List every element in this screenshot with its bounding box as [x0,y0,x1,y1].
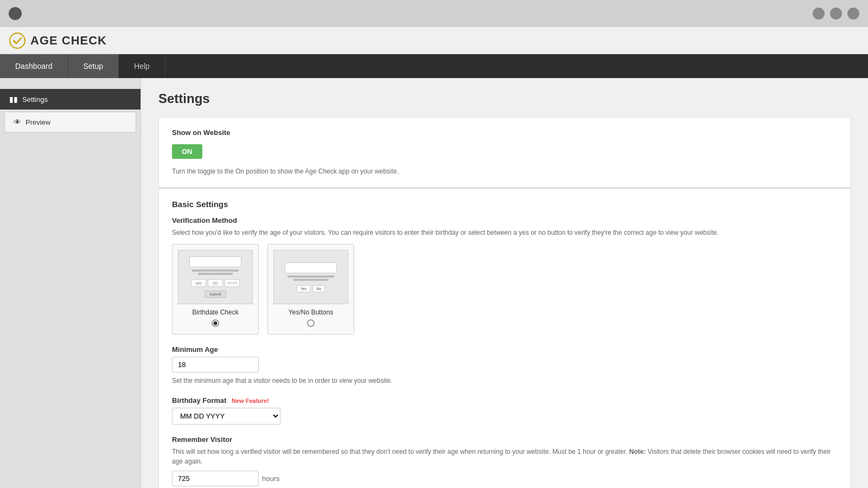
preview-field-mm: MM [191,279,206,287]
yesno-buttons-label: Yes/No Buttons [273,309,348,316]
minimum-age-input[interactable] [172,357,259,373]
minimum-age-desc: Set the minimum age that a visitor needs… [172,376,837,386]
logo-container: AGE CHECK [9,32,107,49]
content-area: Settings Show on Website ON Turn the tog… [141,78,868,488]
logo-bar: AGE CHECK [0,27,868,54]
preview-title-bar-2 [285,262,337,273]
remember-visitor-group: Remember Visitor This will set how long … [172,435,837,486]
settings-icon: ▮▮ [9,95,18,104]
nav-item-setup[interactable]: Setup [68,54,119,78]
preview-title-bar-1 [189,256,241,267]
show-on-website-label: Show on Website [172,129,837,137]
preview-line-2 [198,273,233,275]
preview-no-btn: No [312,285,325,292]
top-bar [0,0,868,27]
nav-item-help[interactable]: Help [119,54,165,78]
birthdate-preview: MM DD YYYY Submit [178,250,253,304]
yesno-radio-container [273,319,348,329]
verification-method-group: Verification Method Select how you'd lik… [172,216,837,335]
preview-field-yyyy: YYYY [225,279,240,287]
preview-lines-2 [282,275,340,281]
yesno-buttons-card[interactable]: Yes No Yes/No Buttons [267,244,354,335]
birthdate-radio[interactable] [212,319,219,327]
toggle-on-button[interactable]: ON [172,144,202,159]
main-layout: ▮▮ Settings 👁 Preview Settings Show on W… [0,78,868,488]
sidebar: ▮▮ Settings 👁 Preview [0,78,141,488]
birthdate-radio-container [178,319,253,329]
top-bar-right-circle-3 [847,8,859,20]
remember-visitor-desc: This will set how long a verified visito… [172,447,837,466]
show-on-website-desc: Turn the toggle to the On position to sh… [172,166,837,176]
verification-method-desc: Select how you'd like to verify the age … [172,228,837,237]
svg-point-0 [10,33,25,48]
sidebar-item-settings[interactable]: ▮▮ Settings [0,89,141,110]
remember-visitor-input[interactable] [172,471,259,486]
nav-bar: Dashboard Setup Help [0,54,868,78]
top-bar-circle [9,7,22,20]
remember-visitor-input-row: hours [172,471,837,486]
logo-text: AGE CHECK [30,34,107,48]
preview-line-4 [293,279,329,281]
verification-method-label: Verification Method [172,216,837,224]
birthday-format-select[interactable]: MM DD YYYY DD MM YYYY YYYY MM DD [172,408,280,425]
new-feature-badge: New Feature! [232,397,269,404]
birthday-format-group: Birthday Format New Feature! MM DD YYYY … [172,396,837,425]
top-bar-right [813,8,859,20]
preview-fields: MM DD YYYY [191,279,240,287]
preview-line-3 [288,275,334,278]
birthday-format-label-container: Birthday Format New Feature! [172,396,837,404]
preview-field-dd: DD [208,279,223,287]
remember-visitor-note: Note: [629,448,646,455]
top-bar-right-circle-1 [813,8,825,20]
sidebar-item-preview[interactable]: 👁 Preview [4,112,136,132]
verification-cards: MM DD YYYY Submit Birthdate Check [172,244,837,335]
page-title: Settings [158,91,851,106]
basic-settings-section: Basic Settings Verification Method Selec… [158,188,851,488]
birthdate-check-card[interactable]: MM DD YYYY Submit Birthdate Check [172,244,259,335]
preview-submit: Submit [205,291,226,298]
preview-line-1 [192,269,239,272]
basic-settings-title: Basic Settings [172,200,837,209]
logo-check-icon [9,32,26,49]
preview-yes-btn: Yes [297,285,310,292]
preview-lines-1 [186,269,245,275]
yesno-preview: Yes No [273,250,348,304]
top-bar-left [9,7,22,20]
show-on-website-section: Show on Website ON Turn the toggle to th… [158,117,851,188]
hours-label: hours [262,474,280,483]
minimum-age-label: Minimum Age [172,345,837,354]
nav-item-dashboard[interactable]: Dashboard [0,54,68,78]
yesno-radio[interactable] [307,319,315,327]
birthdate-check-label: Birthdate Check [178,309,253,316]
preview-yesno: Yes No [297,285,325,292]
minimum-age-group: Minimum Age Set the minimum age that a v… [172,345,837,386]
top-bar-right-circle-2 [830,8,842,20]
preview-icon: 👁 [14,118,21,126]
remember-visitor-label: Remember Visitor [172,435,837,444]
